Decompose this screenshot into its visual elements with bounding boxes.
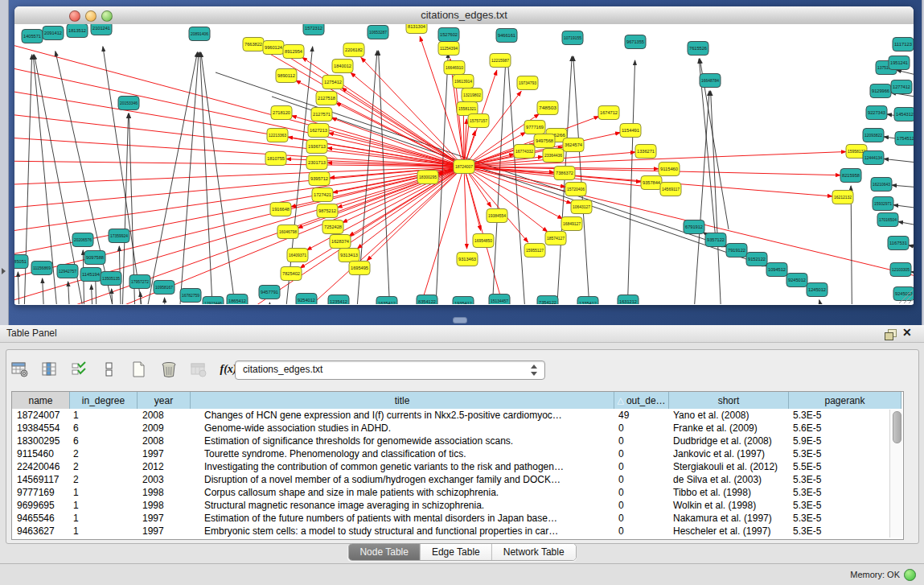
network-edge[interactable] (898, 221, 914, 229)
network-node[interactable]: 16212132 (832, 191, 853, 204)
network-node[interactable]: 1813512 (67, 24, 88, 38)
network-edge[interactable] (14, 64, 464, 167)
network-node[interactable]: 1627213 (308, 124, 329, 138)
network-node[interactable]: 2127518 (316, 92, 337, 105)
network-edge[interactable] (690, 91, 709, 304)
network-edge[interactable] (909, 245, 914, 252)
network-node[interactable]: 8131304 (406, 24, 427, 34)
network-node[interactable]: 9245012 (786, 274, 807, 287)
network-node[interactable]: 15581321 (457, 102, 478, 116)
tab-node-table[interactable]: Node Table (348, 544, 421, 560)
network-node[interactable]: 9357122 (705, 233, 726, 247)
network-node[interactable]: 1695495 (349, 262, 370, 275)
network-edge[interactable] (200, 52, 216, 304)
network-node[interactable]: 1117123 (893, 38, 914, 51)
network-node[interactable]: 9385051 (14, 255, 28, 269)
network-node[interactable]: 9313463 (457, 253, 478, 266)
network-node[interactable]: 10643127 (571, 200, 592, 214)
network-node[interactable]: 9671355 (625, 35, 646, 49)
network-node[interactable]: 20206576 (72, 233, 93, 247)
network-node[interactable]: 15720406 (565, 183, 586, 196)
network-node[interactable]: 16849127 (561, 217, 582, 231)
network-node[interactable]: 2127571 (311, 108, 332, 122)
network-node[interactable]: 9890112 (276, 69, 297, 83)
network-node[interactable]: 15134457 (489, 295, 510, 305)
network-node[interactable]: 9115460 (659, 163, 680, 176)
network-node[interactable]: 1916648 (270, 203, 291, 216)
network-node[interactable]: 1405571 (22, 30, 43, 43)
network-node[interactable]: 8912954 (283, 45, 304, 59)
network-node[interactable]: 2101241 (91, 24, 112, 35)
network-node[interactable]: 9466161 (496, 29, 517, 43)
network-node[interactable]: 7252428 (322, 220, 343, 234)
network-edge[interactable] (14, 167, 464, 233)
tab-network-table[interactable]: Network Table (492, 544, 576, 560)
table-row[interactable]: 1938455462009Genome-wide association stu… (12, 422, 901, 435)
network-edge[interactable] (400, 167, 464, 304)
network-edge[interactable] (711, 91, 724, 304)
combobox-stepper-icon[interactable] (531, 364, 538, 377)
network-node[interactable]: 1727421 (312, 188, 333, 202)
network-node[interactable]: 12093822 (863, 129, 884, 142)
merge-cells-icon[interactable] (99, 359, 120, 380)
network-node[interactable]: 17957272 (129, 275, 150, 289)
network-edge[interactable] (92, 285, 95, 304)
network-node[interactable]: 16646910 (444, 61, 465, 75)
network-node[interactable]: 1335412 (577, 297, 598, 305)
network-node[interactable]: 1631212 (618, 295, 639, 305)
network-node[interactable]: 16046798 (277, 225, 298, 239)
network-node[interactable]: 9097588 (84, 251, 105, 265)
network-node[interactable]: 748503 (537, 101, 558, 115)
network-node[interactable]: 15757157 (468, 114, 489, 128)
network-node[interactable]: 12942757 (57, 265, 78, 278)
network-node[interactable]: 9395712 (309, 172, 330, 186)
network-node[interactable]: 20891406 (189, 27, 210, 41)
table-row[interactable]: 977716911998Corpus callosum shape and si… (12, 486, 901, 499)
table-column-icon[interactable] (39, 359, 60, 380)
table-settings-icon[interactable] (10, 359, 31, 380)
network-node[interactable]: 12215987 (490, 54, 511, 68)
network-node[interactable]: 17359924 (109, 229, 129, 243)
network-node[interactable]: 6791912 (684, 220, 704, 234)
network-edge[interactable] (464, 167, 467, 249)
network-node[interactable]: 1936713 (306, 140, 327, 154)
network-node[interactable]: 3624574 (563, 138, 584, 152)
network-node[interactable]: 7919122 (726, 244, 747, 257)
network-node[interactable]: 1454312 (894, 108, 914, 122)
network-node[interactable]: 19384554 (487, 209, 507, 223)
network-node[interactable]: 1527602 (438, 28, 459, 42)
network-node[interactable]: 9357844 (641, 176, 662, 190)
network-node[interactable]: 1145194 (80, 268, 101, 282)
scrollbar-thumb[interactable] (893, 411, 901, 443)
network-edge[interactable] (269, 303, 272, 304)
network-node[interactable]: 1167531 (888, 237, 909, 250)
network-node[interactable]: 1840012 (332, 60, 353, 73)
table-row[interactable]: 946362711997Embryonic stem cells: a mode… (12, 525, 901, 538)
network-node[interactable]: 19613914 (453, 75, 474, 89)
network-node[interactable]: 11156869 (31, 262, 52, 275)
network-node[interactable]: 16782759 (180, 289, 201, 303)
network-edge[interactable] (201, 52, 244, 304)
network-node[interactable]: 2301713 (306, 156, 327, 170)
network-node[interactable]: 19734793 (517, 76, 538, 90)
column-header-out_de[interactable]: △out_de… (614, 392, 669, 409)
network-node[interactable]: 7615526 (688, 42, 708, 56)
table-row[interactable]: 969969511998Structural magnetic resonanc… (12, 499, 901, 512)
control-panel-collapsed-strip[interactable] (0, 0, 9, 325)
network-node[interactable]: 18574127 (545, 232, 566, 245)
table-row[interactable]: 2242004622012Investigating the contribut… (12, 460, 901, 473)
network-node[interactable]: 1154491 (620, 124, 641, 138)
network-node[interactable]: 10958167 (154, 281, 175, 295)
network-node[interactable]: 9129966 (870, 84, 891, 98)
network-node[interactable]: 12213363 (267, 129, 288, 142)
network-node[interactable]: 11254394 (438, 42, 459, 56)
network-node[interactable]: 13505135 (101, 272, 121, 286)
network-node[interactable]: 9254012 (296, 294, 317, 305)
network-node[interactable]: 1275412 (322, 76, 343, 89)
column-header-name[interactable]: name (12, 392, 70, 409)
table-selector-combobox[interactable]: citations_edges.txt (235, 360, 545, 380)
network-node[interactable]: 17016504 (877, 213, 898, 227)
panel-splitter-handle[interactable] (453, 317, 467, 323)
network-edge[interactable] (884, 159, 914, 165)
network-node[interactable]: 1245012 (807, 283, 827, 297)
